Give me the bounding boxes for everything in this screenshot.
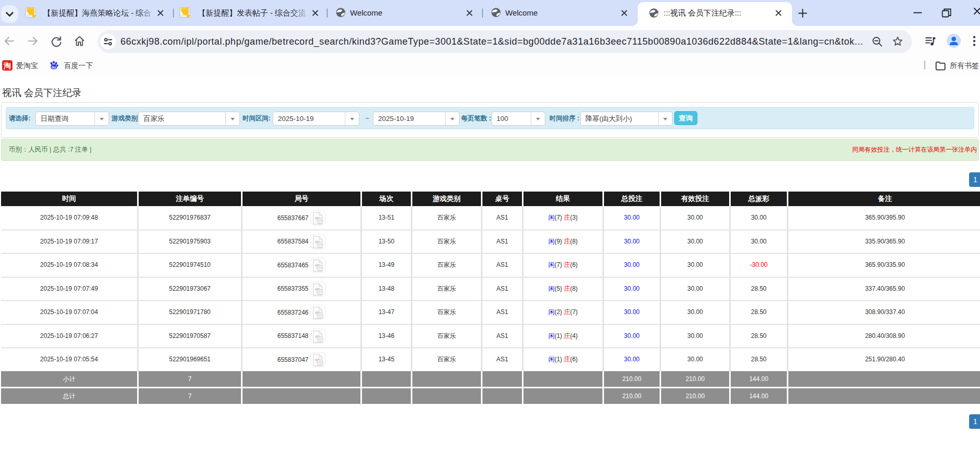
svg-text:du: du: [51, 65, 57, 70]
